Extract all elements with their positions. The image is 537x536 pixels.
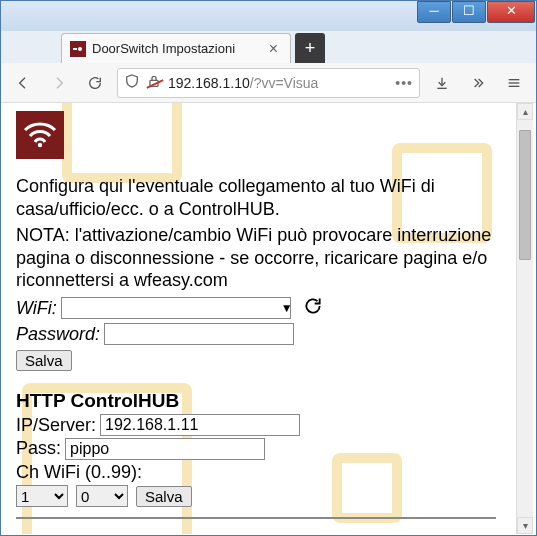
shield-icon bbox=[124, 73, 140, 92]
tab-bar: DoorSwitch Impostazioni × + bbox=[1, 31, 536, 63]
ch-select-2[interactable]: 0 bbox=[76, 485, 128, 507]
url-path: /?vv=Visua bbox=[250, 75, 319, 91]
page-actions-icon[interactable]: ••• bbox=[395, 75, 413, 91]
wifi-logo bbox=[16, 111, 64, 159]
svg-rect-0 bbox=[73, 48, 77, 50]
controlhub-save-button[interactable]: Salva bbox=[136, 486, 192, 507]
url-text: 192.168.1.10/?vv=Visua bbox=[168, 75, 389, 91]
section-divider bbox=[16, 517, 496, 519]
scroll-up-arrow[interactable]: ▴ bbox=[517, 103, 533, 120]
page-viewport: Configura qui l'eventuale collegamento a… bbox=[2, 103, 535, 534]
wifi-save-button[interactable]: Salva bbox=[16, 350, 72, 371]
ch-wifi-label: Ch WiFi (0..99): bbox=[16, 461, 142, 484]
window-control-buttons: ─ ☐ ✕ bbox=[417, 1, 536, 23]
tab-title: DoorSwitch Impostazioni bbox=[92, 41, 259, 56]
reload-button[interactable] bbox=[81, 69, 109, 97]
maximize-button[interactable]: ☐ bbox=[452, 1, 486, 23]
browser-toolbar: 192.168.1.10/?vv=Visua ••• bbox=[1, 63, 536, 103]
minimize-button[interactable]: ─ bbox=[417, 1, 451, 23]
menu-button[interactable] bbox=[500, 69, 528, 97]
close-window-button[interactable]: ✕ bbox=[487, 1, 535, 23]
tab-close-button[interactable]: × bbox=[265, 40, 282, 58]
back-button[interactable] bbox=[9, 69, 37, 97]
page-content: Configura qui l'eventuale collegamento a… bbox=[2, 103, 516, 534]
new-tab-button[interactable]: + bbox=[295, 33, 325, 63]
controlhub-heading: HTTP ControlHUB bbox=[16, 389, 496, 413]
scrollbar-track[interactable] bbox=[517, 120, 533, 517]
svg-point-1 bbox=[78, 47, 82, 51]
ch-select-1[interactable]: 1 bbox=[16, 485, 68, 507]
url-host: 192.168.1.10 bbox=[168, 75, 250, 91]
wifi-label: WiFi: bbox=[16, 297, 57, 320]
ip-label: IP/Server: bbox=[16, 414, 96, 437]
tab-favicon bbox=[70, 41, 86, 57]
svg-point-6 bbox=[38, 143, 42, 147]
scroll-down-arrow[interactable]: ▾ bbox=[517, 517, 533, 534]
pass-label: Pass: bbox=[16, 437, 61, 460]
forward-button[interactable] bbox=[45, 69, 73, 97]
pass-input[interactable] bbox=[65, 438, 265, 460]
window-titlebar: ─ ☐ ✕ bbox=[1, 1, 536, 31]
intro-text: Configura qui l'eventuale collegamento a… bbox=[16, 175, 496, 220]
note-text: NOTA: l'attivazione/cambio WiFi può prov… bbox=[16, 224, 496, 292]
address-bar[interactable]: 192.168.1.10/?vv=Visua ••• bbox=[117, 68, 420, 98]
browser-tab[interactable]: DoorSwitch Impostazioni × bbox=[61, 33, 291, 63]
scrollbar-thumb[interactable] bbox=[519, 130, 531, 260]
browser-window: ─ ☐ ✕ DoorSwitch Impostazioni × + bbox=[0, 0, 537, 536]
download-button[interactable] bbox=[428, 69, 456, 97]
vertical-scrollbar[interactable]: ▴ ▾ bbox=[516, 103, 533, 534]
overflow-button[interactable] bbox=[464, 69, 492, 97]
insecure-lock-icon bbox=[146, 73, 162, 92]
wifi-refresh-icon[interactable] bbox=[303, 296, 323, 322]
wifi-password-label: Password: bbox=[16, 323, 100, 346]
ip-input[interactable] bbox=[100, 414, 300, 436]
svg-rect-2 bbox=[150, 80, 158, 86]
wifi-password-input[interactable] bbox=[104, 323, 294, 345]
wifi-input[interactable] bbox=[61, 297, 291, 319]
